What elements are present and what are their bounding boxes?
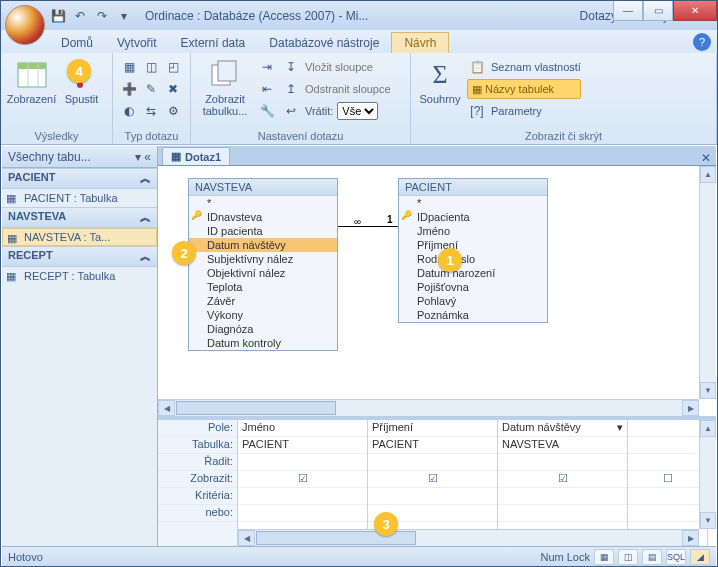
scroll-thumb[interactable] <box>176 401 336 415</box>
query-designer-top[interactable]: NAVSTEVA * IDnavsteva ID pacienta Datum … <box>158 166 716 416</box>
delete-cols-icon[interactable]: ↥ <box>281 79 301 99</box>
redo-icon[interactable]: ↷ <box>93 7 111 25</box>
cell-radit[interactable] <box>238 454 367 471</box>
view-button[interactable]: Zobrazení <box>9 57 55 105</box>
field-idpacienta[interactable]: IDpacienta <box>399 210 547 224</box>
cell-nebo[interactable] <box>498 505 627 522</box>
grid-col-3[interactable]: Datum návštěvy▾ NAVSTEVA ☑ <box>498 420 628 546</box>
navitem-recept-table[interactable]: RECEPT : Tabulka <box>2 267 157 285</box>
totals-button[interactable]: Σ Souhrny <box>417 57 463 105</box>
cell-zobrazit[interactable]: ☐ <box>628 471 707 488</box>
field-star[interactable]: * <box>399 196 547 210</box>
maximize-button[interactable]: ▭ <box>643 1 673 21</box>
navitem-navsteva-table[interactable]: NAVSTEVA : Ta... <box>2 228 157 246</box>
passthrough-icon[interactable]: ⇆ <box>141 101 161 121</box>
navpane-header[interactable]: Všechny tabu... ▾ « <box>2 146 157 168</box>
grid-scrollbar-h[interactable]: ◀ ▶ <box>238 529 699 546</box>
tab-home[interactable]: Domů <box>49 33 105 53</box>
field-rodne-cislo[interactable]: Rodné číslo <box>399 252 547 266</box>
grid-scrollbar-v[interactable]: ▲ ▼ <box>699 420 716 529</box>
office-button[interactable] <box>5 5 45 45</box>
table-pacient-header[interactable]: PACIENT <box>399 179 547 196</box>
field-prijmeni[interactable]: Příjmení <box>399 238 547 252</box>
relation-line[interactable] <box>338 226 398 227</box>
scroll-up-icon[interactable]: ▲ <box>700 166 716 183</box>
cell-tabulka[interactable]: PACIENT <box>368 437 497 454</box>
scroll-left-icon[interactable]: ◀ <box>158 400 175 416</box>
scroll-left-icon[interactable]: ◀ <box>238 530 255 546</box>
grid-col-1[interactable]: Jméno PACIENT ☑ <box>238 420 368 546</box>
field-subj[interactable]: Subjektívny nález <box>189 252 337 266</box>
field-jmeno[interactable]: Jméno <box>399 224 547 238</box>
union-query-icon[interactable]: ◐ <box>119 101 139 121</box>
field-poznamka[interactable]: Poznámka <box>399 308 547 322</box>
designer-scrollbar-v[interactable]: ▲ ▼ <box>699 166 716 399</box>
designer-scrollbar-h[interactable]: ◀ ▶ <box>158 399 699 416</box>
view-chart-icon[interactable]: ▤ <box>642 549 662 565</box>
insert-rows-icon[interactable]: ⇥ <box>257 57 277 77</box>
scroll-right-icon[interactable]: ▶ <box>682 400 699 416</box>
table-navsteva[interactable]: NAVSTEVA * IDnavsteva ID pacienta Datum … <box>188 178 338 351</box>
field-diagnoza[interactable]: Diagnóza <box>189 322 337 336</box>
cell-zobrazit[interactable]: ☑ <box>498 471 627 488</box>
datadef-icon[interactable]: ⚙ <box>163 101 183 121</box>
table-names-button[interactable]: ▦Názvy tabulek <box>467 79 581 99</box>
scroll-down-icon[interactable]: ▼ <box>700 382 716 399</box>
builder-icon[interactable]: 🔧 <box>257 101 277 121</box>
property-sheet-button[interactable]: 📋Seznam vlastností <box>467 57 581 77</box>
dropdown-icon[interactable]: ▾ <box>617 421 623 435</box>
return-select[interactable]: Vše <box>337 102 378 120</box>
navitem-pacient-table[interactable]: PACIENT : Tabulka <box>2 189 157 207</box>
cell-tabulka[interactable] <box>628 437 707 454</box>
append-query-icon[interactable]: ➕ <box>119 79 139 99</box>
document-tab-dotaz1[interactable]: ▦Dotaz1 <box>162 147 230 165</box>
navpane-dropdown-icon[interactable]: ▾ « <box>135 150 151 164</box>
collapse-icon[interactable]: ︽ <box>140 210 151 225</box>
insert-cols-icon[interactable]: ↧ <box>281 57 301 77</box>
view-sql-button[interactable]: SQL <box>666 549 686 565</box>
crosstab-query-icon[interactable]: ◫ <box>141 57 161 77</box>
show-table-button[interactable]: Zobrazit tabulku... <box>197 57 253 117</box>
field-obj[interactable]: Objektivní nález <box>189 266 337 280</box>
navgroup-navsteva[interactable]: NAVSTEVA︽ <box>2 207 157 228</box>
tab-external[interactable]: Externí data <box>169 33 258 53</box>
field-idnavsteva[interactable]: IDnavsteva <box>189 210 337 224</box>
view-datasheet-icon[interactable]: ▦ <box>594 549 614 565</box>
cell-pole[interactable]: Příjmení <box>368 420 497 437</box>
field-star[interactable]: * <box>189 196 337 210</box>
field-datum-navstevy[interactable]: Datum návštěvy <box>189 238 337 252</box>
delete-query-icon[interactable]: ✖ <box>163 79 183 99</box>
cell-pole[interactable]: Jméno <box>238 420 367 437</box>
cell-kriteria[interactable] <box>628 488 707 505</box>
make-table-icon[interactable]: ◰ <box>163 57 183 77</box>
collapse-icon[interactable]: ︽ <box>140 171 151 186</box>
grid-col-4[interactable]: ☐ <box>628 420 708 546</box>
close-button[interactable]: ✕ <box>673 1 717 21</box>
scroll-down-icon[interactable]: ▼ <box>700 512 716 529</box>
update-query-icon[interactable]: ✎ <box>141 79 161 99</box>
save-icon[interactable]: 💾 <box>49 7 67 25</box>
cell-tabulka[interactable]: PACIENT <box>238 437 367 454</box>
scroll-up-icon[interactable]: ▲ <box>700 420 716 437</box>
navgroup-pacient[interactable]: PACIENT︽ <box>2 168 157 189</box>
cell-kriteria[interactable] <box>238 488 367 505</box>
field-teplota[interactable]: Teplota <box>189 280 337 294</box>
field-vykony[interactable]: Výkony <box>189 308 337 322</box>
tab-create[interactable]: Vytvořit <box>105 33 169 53</box>
navgroup-recept[interactable]: RECEPT︽ <box>2 246 157 267</box>
field-datum-kontroly[interactable]: Datum kontroly <box>189 336 337 350</box>
help-icon[interactable]: ? <box>693 33 711 51</box>
delete-rows-icon[interactable]: ⇤ <box>257 79 277 99</box>
view-pivot-icon[interactable]: ◫ <box>618 549 638 565</box>
field-pojistovna[interactable]: Pojišťovna <box>399 280 547 294</box>
document-close-button[interactable]: ✕ <box>700 151 716 165</box>
scroll-right-icon[interactable]: ▶ <box>682 530 699 546</box>
table-navsteva-header[interactable]: NAVSTEVA <box>189 179 337 196</box>
cell-radit[interactable] <box>628 454 707 471</box>
undo-icon[interactable]: ↶ <box>71 7 89 25</box>
cell-pole[interactable] <box>628 420 707 437</box>
field-pohlavi[interactable]: Pohlavý <box>399 294 547 308</box>
select-query-icon[interactable]: ▦ <box>119 57 139 77</box>
field-datum-narozeni[interactable]: Datum narození <box>399 266 547 280</box>
cell-pole[interactable]: Datum návštěvy▾ <box>498 420 627 437</box>
